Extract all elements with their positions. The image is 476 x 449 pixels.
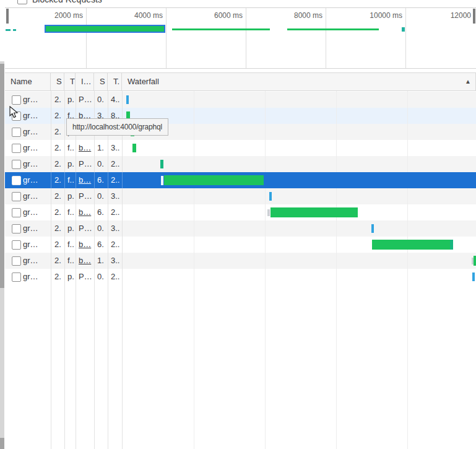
table-header: NameSTI…ST.Waterfall▲	[5, 72, 476, 91]
mouse-cursor	[9, 106, 19, 122]
column-header-s[interactable]: S	[51, 73, 64, 90]
overview-gridline	[326, 8, 326, 68]
selected-row-separator	[51, 172, 51, 188]
row-checkbox[interactable]	[12, 176, 21, 185]
status-cell: 2.	[54, 172, 61, 188]
selected-row-separator	[76, 172, 76, 188]
column-header-i[interactable]: I…	[76, 73, 94, 90]
overview-gridline	[405, 8, 406, 68]
overview-bar-range	[45, 25, 165, 33]
column-header-s[interactable]: S	[94, 73, 108, 90]
overview-bar-teal-dash	[6, 29, 11, 31]
initiator-cell[interactable]: b…	[79, 172, 91, 188]
type-cell: f..	[67, 172, 74, 188]
overview-tick-label: 10000 ms	[345, 11, 402, 20]
column-header-name[interactable]: Name	[5, 73, 51, 90]
overview-bottom-border	[5, 68, 476, 69]
request-row[interactable]: gr…2.f..b…6.2..	[5, 172, 476, 188]
overview-bar-teal-dash	[13, 29, 16, 31]
column-header-t[interactable]: T.	[108, 73, 122, 90]
overview-tick-label: 12000	[414, 11, 471, 20]
overview-bar-green-line	[172, 28, 270, 30]
overview-gridline	[246, 8, 246, 68]
selected-row-separator	[108, 172, 108, 188]
timeline-overview: 2000 ms4000 ms6000 ms8000 ms10000 ms1200…	[0, 0, 476, 449]
overview-tick-label: 4000 ms	[106, 11, 163, 20]
sort-ascending-icon[interactable]: ▲	[465, 73, 471, 90]
column-header-t[interactable]: T	[64, 73, 76, 90]
overview-gridline	[86, 8, 87, 68]
overview-tick-label: 6000 ms	[186, 11, 243, 20]
overview-range-handle[interactable]	[6, 9, 9, 24]
overview-bar-green-line	[287, 28, 379, 30]
url-tooltip: http://localhost:4000/graphql	[66, 118, 168, 136]
column-header-waterfall[interactable]: Waterfall	[122, 73, 476, 90]
size-cell: 6.	[97, 172, 104, 188]
overview-tick-label: 8000 ms	[266, 11, 322, 20]
network-monitor-panel: Blocked Requests 2000 ms4000 ms6000 ms80…	[0, 0, 476, 449]
overview-range-handle[interactable]	[473, 9, 475, 24]
overview-tick-label: 2000 ms	[26, 11, 83, 20]
overview-bar-teal-tick	[402, 27, 405, 32]
overview-gridline	[166, 8, 167, 68]
request-name-cell[interactable]: gr…	[23, 172, 38, 188]
time-cell: 2..	[111, 172, 119, 188]
selected-row-separator	[122, 172, 123, 188]
selected-row-separator	[64, 172, 65, 188]
selected-row-separator	[94, 172, 95, 188]
